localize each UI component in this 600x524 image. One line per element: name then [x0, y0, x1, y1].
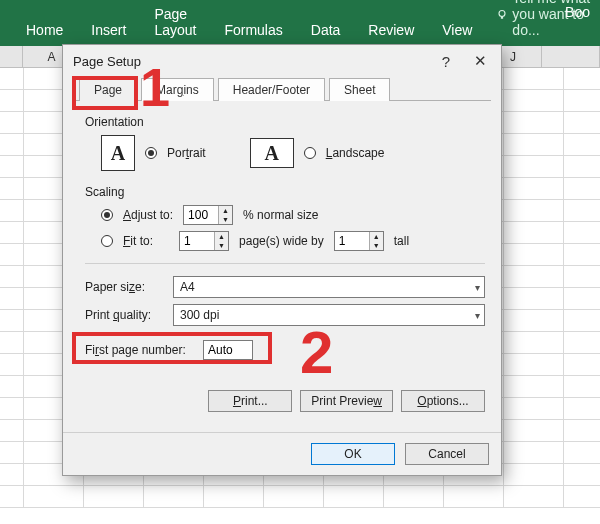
landscape-icon: A	[250, 138, 294, 168]
svg-rect-1	[501, 17, 503, 19]
spinner-down-icon[interactable]: ▼	[370, 241, 383, 250]
spinner-up-icon[interactable]: ▲	[215, 232, 228, 241]
tab-panel-page: Orientation A Portrait A Landscape Scali…	[73, 100, 491, 418]
dialog-title: Page Setup	[73, 54, 141, 69]
ribbon-tab-formulas[interactable]: Formulas	[210, 16, 296, 46]
adjust-to-radio[interactable]	[101, 209, 113, 221]
paper-size-value: A4	[180, 280, 195, 294]
chevron-down-icon: ▾	[475, 310, 480, 321]
portrait-radio-label: Portrait	[167, 146, 206, 160]
spinner-up-icon[interactable]: ▲	[219, 206, 232, 215]
adjust-to-label: Adjust to:	[123, 208, 173, 222]
print-button[interactable]: Print...	[208, 390, 292, 412]
adjust-percent-spinner[interactable]: ▲▼	[183, 205, 233, 225]
print-quality-select[interactable]: 300 dpi ▾	[173, 304, 485, 326]
paper-size-label: Paper size:	[85, 280, 165, 294]
print-preview-button[interactable]: Print Preview	[300, 390, 393, 412]
portrait-radio[interactable]	[145, 147, 157, 159]
adjust-suffix: % normal size	[243, 208, 318, 222]
ribbon-tab-data[interactable]: Data	[297, 16, 355, 46]
orientation-label: Orientation	[85, 115, 485, 129]
page-setup-dialog: Page Setup ? ✕ Page Margins Header/Foote…	[62, 44, 502, 476]
tab-margins[interactable]: Margins	[141, 78, 214, 101]
portrait-icon: A	[101, 135, 135, 171]
dialog-tabs: Page Margins Header/Footer Sheet	[73, 77, 491, 100]
chevron-down-icon: ▾	[475, 282, 480, 293]
svg-point-0	[499, 11, 505, 17]
ribbon-tab-pagelayout[interactable]: Page Layout	[140, 0, 210, 46]
close-button[interactable]: ✕	[463, 47, 497, 75]
spinner-up-icon[interactable]: ▲	[370, 232, 383, 241]
options-button[interactable]: Options...	[401, 390, 485, 412]
tab-page[interactable]: Page	[79, 78, 137, 101]
scaling-label: Scaling	[85, 185, 485, 199]
ribbon-tab-view[interactable]: View	[428, 16, 486, 46]
print-quality-label: Print quality:	[85, 308, 165, 322]
titlebar-text: Boo	[565, 4, 590, 20]
first-page-label: First page number:	[85, 343, 195, 357]
fit-tall-input[interactable]	[335, 232, 369, 250]
landscape-radio[interactable]	[304, 147, 316, 159]
ok-button[interactable]: OK	[311, 443, 395, 465]
tab-sheet[interactable]: Sheet	[329, 78, 390, 101]
fit-mid-label: page(s) wide by	[239, 234, 324, 248]
fit-to-label: Fit to:	[123, 234, 153, 248]
ribbon-tab-review[interactable]: Review	[354, 16, 428, 46]
paper-size-select[interactable]: A4 ▾	[173, 276, 485, 298]
spinner-down-icon[interactable]: ▼	[219, 215, 232, 224]
adjust-percent-input[interactable]	[184, 206, 218, 224]
print-quality-value: 300 dpi	[180, 308, 219, 322]
dialog-titlebar: Page Setup ? ✕	[63, 45, 501, 77]
lightbulb-icon	[496, 8, 508, 20]
fit-wide-spinner[interactable]: ▲▼	[179, 231, 229, 251]
cancel-button[interactable]: Cancel	[405, 443, 489, 465]
first-page-input[interactable]	[203, 340, 253, 360]
help-button[interactable]: ?	[429, 47, 463, 75]
landscape-radio-label: Landscape	[326, 146, 385, 160]
dialog-footer: OK Cancel	[63, 432, 501, 475]
fit-wide-input[interactable]	[180, 232, 214, 250]
ribbon-tabs-bar: Home Insert Page Layout Formulas Data Re…	[0, 0, 600, 46]
fit-to-radio[interactable]	[101, 235, 113, 247]
ribbon-tab-insert[interactable]: Insert	[77, 16, 140, 46]
spinner-down-icon[interactable]: ▼	[215, 241, 228, 250]
tab-headerfooter[interactable]: Header/Footer	[218, 78, 325, 101]
ribbon-tab-home[interactable]: Home	[12, 16, 77, 46]
fit-tall-spinner[interactable]: ▲▼	[334, 231, 384, 251]
fit-suffix: tall	[394, 234, 409, 248]
